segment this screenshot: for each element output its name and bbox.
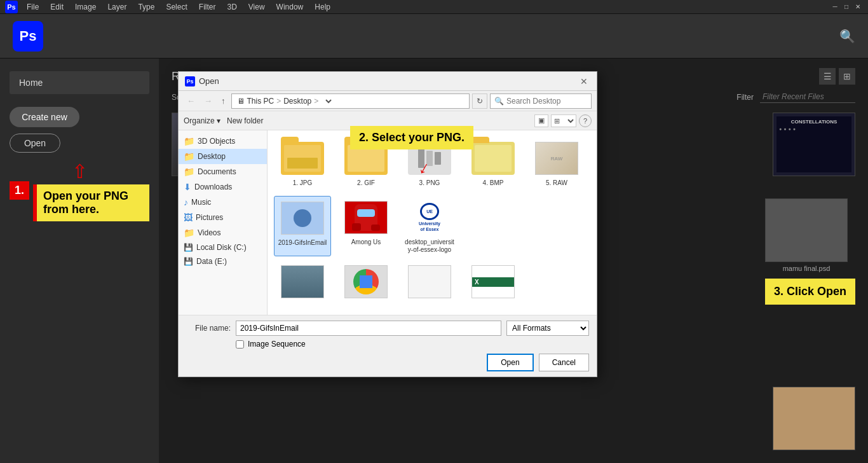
file-thumbnail (344, 201, 388, 234)
dialog-title: Open (199, 76, 578, 86)
file-item-jpg[interactable]: 1. JPG (274, 137, 331, 190)
sofa-section (773, 387, 855, 450)
window-controls: ─ □ ✕ (830, 2, 863, 12)
dialog-body: 📁 3D Objects 📁 Desktop 📁 Documents (179, 130, 597, 315)
nav-label: Pictures (196, 213, 223, 222)
menu-edit[interactable]: Edit (45, 1, 69, 13)
menu-file[interactable]: File (22, 1, 44, 13)
home-tab[interactable]: Home (10, 71, 149, 94)
mamu-thumbnail (765, 198, 848, 262)
format-select[interactable]: All Formats (506, 321, 589, 336)
dialog-open-button[interactable]: Open (487, 354, 533, 371)
file-thumbnail (281, 265, 324, 298)
menu-window[interactable]: Window (271, 1, 309, 13)
open-button[interactable]: Open (10, 134, 60, 153)
folder-icon: 📁 (184, 136, 194, 146)
create-new-button[interactable]: Create new (10, 107, 79, 127)
dialog-cancel-button[interactable]: Cancel (539, 354, 589, 371)
breadcrumb: 🖥 This PC > Desktop > (231, 93, 470, 109)
menu-filter[interactable]: Filter (194, 1, 221, 13)
dialog-nav: 📁 3D Objects 📁 Desktop 📁 Documents (179, 130, 268, 315)
file-item-blank[interactable] (401, 263, 458, 301)
dialog-toolbar: ← → ↑ 🖥 This PC > Desktop > ↻ (179, 91, 597, 111)
forward-button[interactable]: → (201, 95, 215, 107)
view-buttons-right: ▣ ⊞ ? (534, 114, 592, 127)
main-layout: Home Create new Open ⇧ 1. Open your PNG … (0, 59, 868, 463)
view-mode-select[interactable]: ⊞ (551, 114, 576, 127)
list-view-button[interactable]: ☰ (819, 68, 836, 85)
file-icon-box (343, 198, 389, 237)
file-name: 1. JPG (293, 179, 313, 187)
nav-item-documents[interactable]: 📁 Documents (179, 164, 267, 179)
files-grid: 1. JPG 2. GIF (274, 137, 590, 256)
nav-item-desktop[interactable]: 📁 Desktop (179, 149, 267, 164)
menu-type[interactable]: Type (133, 1, 159, 13)
new-folder-button[interactable]: New folder (227, 116, 263, 125)
photoshop-logo: Ps (13, 21, 43, 52)
music-icon: ♪ (184, 197, 188, 207)
file-item-excel[interactable]: X (465, 263, 522, 301)
menu-image[interactable]: Image (70, 1, 101, 13)
nav-item-downloads[interactable]: ⬇ Downloads (179, 179, 267, 195)
preview-pane-button[interactable]: ▣ (534, 114, 548, 127)
nav-item-pictures[interactable]: 🖼 Pictures (179, 210, 267, 225)
file-item-among-us[interactable]: Among Us (337, 196, 395, 256)
nav-item-data-e[interactable]: 💾 Data (E:) (179, 254, 267, 268)
filename-input[interactable] (236, 321, 501, 336)
file-name: 2. GIF (357, 179, 375, 187)
organize-button[interactable]: Organize ▾ (184, 116, 220, 125)
breadcrumb-dropdown[interactable] (321, 96, 334, 106)
breadcrumb-icon: 🖥 (237, 97, 245, 106)
annotation-3: 3. Click Open (765, 279, 855, 305)
menu-3d[interactable]: 3D (222, 1, 241, 13)
file-name: 4. BMP (483, 179, 504, 187)
nav-label: Music (191, 198, 211, 207)
dialog-titlebar: Ps Open ✕ (179, 72, 597, 91)
folder-icon (281, 142, 324, 175)
mamu-thumbnail-item[interactable]: mamu final.psd (765, 198, 848, 272)
back-button[interactable]: ← (184, 95, 198, 107)
nav-item-music[interactable]: ♪ Music (179, 195, 267, 210)
thumbnail-item-constellation[interactable]: CONSTELLATIONS ●●●● (773, 113, 855, 193)
nav-item-videos[interactable]: 📁 Videos (179, 225, 267, 240)
file-icon-box (280, 199, 325, 237)
folder-icon (471, 142, 515, 175)
search-input[interactable] (506, 97, 602, 106)
refresh-button[interactable]: ↻ (472, 93, 487, 109)
minimize-button[interactable]: ─ (830, 2, 840, 12)
nav-label: Data (E:) (196, 257, 227, 266)
file-item-gifs-email[interactable]: 2019-GifsInEmail (274, 196, 331, 256)
folder-icon: 📁 (184, 151, 194, 162)
up-button[interactable]: ↑ (218, 95, 229, 107)
close-button[interactable]: ✕ (853, 2, 863, 12)
file-item-raw[interactable]: RAW 5. RAW (528, 137, 585, 190)
content-area: Recent ☰ ⊞ Sort Filter IMG IMG_ 3 hours … (159, 59, 868, 463)
pictures-icon: 🖼 (184, 212, 193, 223)
search-icon: 🔍 (494, 97, 504, 106)
menu-view[interactable]: View (243, 1, 270, 13)
filename-label: File name: (186, 324, 231, 333)
app-icon: Ps (5, 1, 18, 13)
nav-item-3dobjects[interactable]: 📁 3D Objects (179, 134, 267, 149)
dialog-close-button[interactable]: ✕ (578, 75, 590, 88)
filter-label: Filter (736, 93, 754, 102)
nav-label: Documents (198, 167, 236, 176)
file-icon-box (280, 139, 325, 177)
nav-item-localdisk-c[interactable]: 💾 Local Disk (C:) (179, 240, 267, 254)
menu-help[interactable]: Help (309, 1, 336, 13)
menu-layer[interactable]: Layer (102, 1, 132, 13)
open-dialog: Ps Open ✕ ← → ↑ 🖥 This PC > Desktop > (178, 71, 597, 377)
drive-icon: 💾 (184, 257, 193, 266)
file-item-chrome[interactable] (337, 263, 395, 301)
app-header: Ps 🔍 (0, 14, 868, 59)
folder-icon: ⬇ (184, 182, 191, 192)
search-icon[interactable]: 🔍 (839, 29, 855, 44)
file-item-university[interactable]: UE Universityof Essex desktop_university… (401, 196, 458, 256)
file-item-photo[interactable] (274, 263, 331, 301)
filter-input[interactable] (760, 91, 855, 103)
image-sequence-checkbox[interactable] (236, 340, 244, 349)
menu-select[interactable]: Select (161, 1, 192, 13)
maximize-button[interactable]: □ (841, 2, 851, 12)
help-button[interactable]: ? (579, 114, 592, 127)
grid-view-button[interactable]: ⊞ (839, 68, 855, 85)
